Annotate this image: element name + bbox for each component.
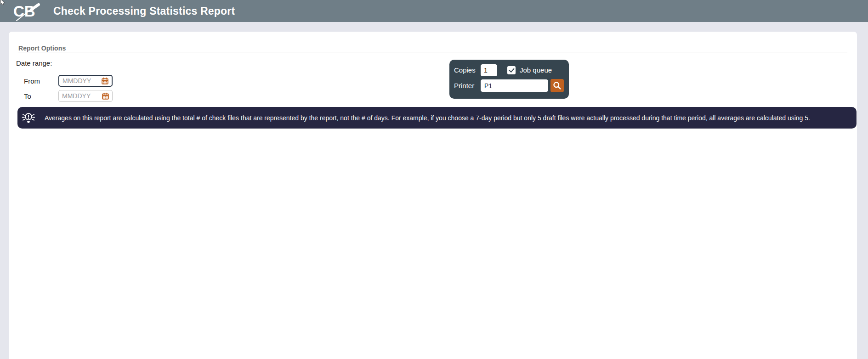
job-queue-checkbox[interactable]: [507, 66, 516, 74]
mouse-cursor-icon: [0, 0, 5, 7]
cbx-logo-icon: CB: [13, 0, 41, 22]
to-label: To: [24, 92, 31, 100]
calendar-icon: [101, 77, 109, 85]
info-banner-text: Averages on this report are calculated u…: [45, 114, 810, 122]
copies-input[interactable]: [481, 64, 497, 76]
app-header: CB Check Processing Statistics Report: [0, 0, 868, 22]
logo-text: CB: [13, 3, 35, 20]
from-date-field[interactable]: [58, 75, 113, 87]
from-date-input[interactable]: [62, 77, 101, 84]
page-title: Check Processing Statistics Report: [53, 5, 235, 17]
page: { "header": { "logo_text": "CB", "title"…: [0, 0, 868, 359]
content-card: Report Options Date range: From To: [9, 32, 857, 359]
printer-row: Printer: [454, 79, 564, 92]
to-date-input[interactable]: [62, 92, 101, 100]
job-queue-label: Job queue: [520, 66, 552, 74]
report-options-heading: Report Options: [18, 45, 66, 52]
printer-label: Printer: [454, 82, 481, 90]
print-options-panel: Copies Job queue Printer: [449, 60, 569, 99]
lightbulb-icon: [22, 111, 35, 125]
date-range-label: Date range:: [16, 59, 52, 67]
from-calendar-button[interactable]: [101, 77, 109, 85]
info-banner: Averages on this report are calculated u…: [17, 107, 857, 129]
copies-row: Copies Job queue: [454, 64, 552, 76]
copies-label: Copies: [454, 66, 481, 74]
printer-input[interactable]: [481, 79, 548, 92]
section-divider: [18, 52, 847, 52]
calendar-icon: [102, 92, 109, 100]
to-date-field[interactable]: [58, 90, 113, 102]
to-calendar-button[interactable]: [101, 92, 109, 100]
search-icon: [552, 81, 562, 90]
printer-search-button[interactable]: [550, 79, 564, 92]
from-label: From: [24, 77, 40, 85]
